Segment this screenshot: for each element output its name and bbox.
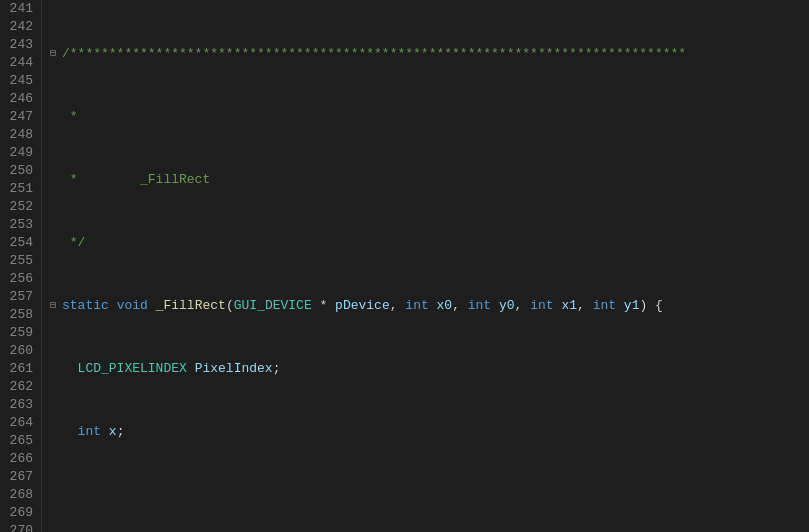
- fold-246: [50, 360, 62, 378]
- fold-247: [50, 423, 62, 441]
- code-text-244: */: [62, 234, 809, 252]
- code-text-241: /***************************************…: [62, 45, 809, 63]
- ln-244: 244: [4, 54, 33, 72]
- code-text-246: LCD_PIXELINDEX PixelIndex;: [62, 360, 809, 378]
- code-text-242: *: [62, 108, 809, 126]
- ln-268: 268: [4, 486, 33, 504]
- ln-266: 266: [4, 450, 33, 468]
- code-line-242: *: [50, 108, 809, 126]
- ln-253: 253: [4, 216, 33, 234]
- ln-262: 262: [4, 378, 33, 396]
- code-line-244: */: [50, 234, 809, 252]
- ln-265: 265: [4, 432, 33, 450]
- line-numbers: 241 242 243 244 245 246 247 248 249 250 …: [0, 0, 42, 532]
- code-line-245: ⊟ static void _FillRect(GUI_DEVICE * pDe…: [50, 297, 809, 315]
- code-container[interactable]: 241 242 243 244 245 246 247 248 249 250 …: [0, 0, 809, 532]
- ln-258: 258: [4, 306, 33, 324]
- code-content: ⊟ /*************************************…: [42, 0, 809, 532]
- ln-250: 250: [4, 162, 33, 180]
- ln-264: 264: [4, 414, 33, 432]
- ln-246: 246: [4, 90, 33, 108]
- ln-255: 255: [4, 252, 33, 270]
- fold-241[interactable]: ⊟: [50, 45, 62, 63]
- fold-243: [50, 171, 62, 189]
- ln-251: 251: [4, 180, 33, 198]
- ln-261: 261: [4, 360, 33, 378]
- ln-267: 267: [4, 468, 33, 486]
- ln-241: 241: [4, 0, 33, 18]
- ln-249: 249: [4, 144, 33, 162]
- ln-257: 257: [4, 288, 33, 306]
- ln-269: 269: [4, 504, 33, 522]
- code-line-243: * _FillRect: [50, 171, 809, 189]
- code-text-248: [62, 486, 809, 504]
- ln-270: 270: [4, 522, 33, 532]
- ln-252: 252: [4, 198, 33, 216]
- ln-248: 248: [4, 126, 33, 144]
- code-text-243: * _FillRect: [62, 171, 809, 189]
- ln-242: 242: [4, 18, 33, 36]
- code-line-241: ⊟ /*************************************…: [50, 45, 809, 63]
- fold-248: [50, 486, 62, 504]
- ln-259: 259: [4, 324, 33, 342]
- fold-242: [50, 108, 62, 126]
- code-text-247: int x;: [62, 423, 809, 441]
- ln-263: 263: [4, 396, 33, 414]
- ln-247: 247: [4, 108, 33, 126]
- fold-244: [50, 234, 62, 252]
- code-text-245: static void _FillRect(GUI_DEVICE * pDevi…: [62, 297, 809, 315]
- code-line-248: [50, 486, 809, 504]
- ln-260: 260: [4, 342, 33, 360]
- ln-256: 256: [4, 270, 33, 288]
- ln-245: 245: [4, 72, 33, 90]
- ln-243: 243: [4, 36, 33, 54]
- fold-245[interactable]: ⊟: [50, 297, 62, 315]
- code-line-247: int x;: [50, 423, 809, 441]
- code-line-246: LCD_PIXELINDEX PixelIndex;: [50, 360, 809, 378]
- ln-254: 254: [4, 234, 33, 252]
